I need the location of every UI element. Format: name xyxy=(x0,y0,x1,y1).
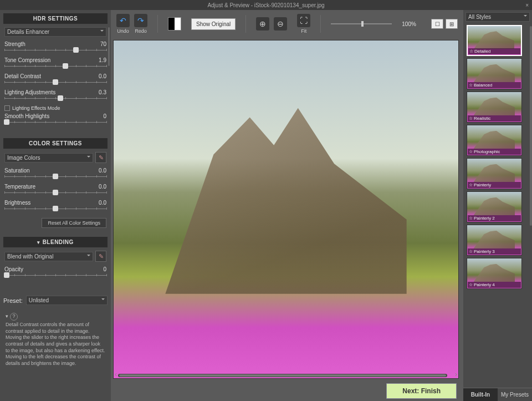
slider-thumb[interactable] xyxy=(53,190,58,195)
tab-built-in[interactable]: Built-In xyxy=(463,388,498,401)
scroll-left-icon[interactable]: ‹ xyxy=(115,370,117,378)
help-icon[interactable]: ? xyxy=(10,313,18,321)
style-label-text: Painterly 4 xyxy=(474,282,495,287)
divider xyxy=(245,15,246,33)
star-icon[interactable]: ☆ xyxy=(469,249,473,254)
blending-section: ▾BLENDING Blend with Original ✎ Opacity0 xyxy=(3,237,108,286)
next-finish-button[interactable]: Next: Finish xyxy=(386,383,457,399)
preset-row: Preset: Unlisted xyxy=(3,296,108,305)
lighting-effects-label: Lighting Effects Mode xyxy=(12,105,60,111)
show-original-button[interactable]: Show Original xyxy=(191,18,236,30)
preview-content xyxy=(165,108,406,294)
blending-header[interactable]: ▾BLENDING xyxy=(3,237,108,247)
slider-thumb[interactable] xyxy=(63,63,68,69)
redo-button[interactable]: ↷ Redo xyxy=(134,14,147,34)
color-slider-2[interactable]: Brightness0.0 xyxy=(4,200,106,212)
fit-button[interactable]: ⛶ Fit xyxy=(297,14,310,34)
chevron-down-icon[interactable]: ▾ xyxy=(6,313,8,320)
help-area: ▾ ? Detail Contrast controls the amount … xyxy=(3,311,108,369)
toolbar: ↶ Undo ↷ Redo Show Original ⊕ ⊖ ⛶ Fit xyxy=(111,10,463,38)
color-picker-icon[interactable]: ✎ xyxy=(95,152,106,163)
bw-swatch[interactable] xyxy=(168,17,181,31)
style-item[interactable]: ☆Detailed xyxy=(467,25,529,56)
star-icon[interactable]: ☆ xyxy=(469,49,473,54)
lighting-effects-checkbox[interactable]: Lighting Effects Mode xyxy=(4,105,106,111)
star-icon[interactable]: ☆ xyxy=(469,116,473,121)
grid-view-toggle[interactable]: ⊞ xyxy=(446,19,458,29)
hdr-slider-1[interactable]: Tone Compression1.9 xyxy=(4,57,106,70)
styles-filter-dropdown[interactable]: All Styles xyxy=(466,12,530,22)
style-item[interactable]: ☆Painterly 4 xyxy=(467,258,529,289)
center-panel: ↶ Undo ↷ Redo Show Original ⊕ ⊖ ⛶ Fit xyxy=(111,10,463,401)
zoom-slider[interactable] xyxy=(331,23,392,24)
horizontal-scrollbar[interactable] xyxy=(118,374,447,377)
image-preview[interactable]: ‹ › xyxy=(113,40,459,379)
slider-thumb[interactable] xyxy=(53,174,58,179)
slider-thumb[interactable] xyxy=(53,79,58,85)
color-header[interactable]: COLOR SETTINGS xyxy=(3,138,108,149)
redo-icon: ↷ xyxy=(134,14,147,27)
slider-thumb[interactable] xyxy=(73,47,79,53)
star-icon[interactable]: ☆ xyxy=(469,216,473,221)
style-thumbnail[interactable]: ☆Painterly 3 xyxy=(467,225,522,256)
hdr-slider-0[interactable]: Strength70 xyxy=(4,41,106,54)
style-thumbnail[interactable]: ☆Detailed xyxy=(467,25,522,56)
hdr-header[interactable]: HDR SETTINGS xyxy=(3,13,108,24)
slider-thumb[interactable] xyxy=(4,119,9,125)
hdr-smooth-slider[interactable]: Smooth Highlights0 xyxy=(4,113,106,126)
preset-label: Preset: xyxy=(3,297,23,304)
styles-scrollbar[interactable] xyxy=(530,26,532,226)
style-label-text: Detailed xyxy=(474,49,490,54)
style-thumbnail[interactable]: ☆Balanced xyxy=(467,58,522,89)
style-thumbnail[interactable]: ☆Painterly 2 xyxy=(467,191,522,222)
style-thumbnail[interactable]: ☆Photographic xyxy=(467,125,522,156)
style-label-text: Painterly 2 xyxy=(474,216,495,221)
hdr-section: HDR SETTINGS Details Enhancer Strength70… xyxy=(3,13,108,133)
hdr-slider-2[interactable]: Detail Contrast0.0 xyxy=(4,73,106,86)
style-item[interactable]: ☆Painterly 3 xyxy=(467,225,529,256)
reset-color-button[interactable]: Reset All Color Settings xyxy=(42,218,106,228)
color-mode-dropdown[interactable]: Image Colors xyxy=(4,153,93,163)
style-item[interactable]: ☆Realistic xyxy=(467,92,529,123)
slider-thumb[interactable] xyxy=(4,272,9,278)
preset-dropdown[interactable]: Unlisted xyxy=(26,296,108,305)
star-icon[interactable]: ☆ xyxy=(469,83,473,88)
opacity-slider[interactable]: Opacity0 xyxy=(4,266,106,279)
scroll-right-icon[interactable]: › xyxy=(455,370,457,378)
zoom-in-button[interactable]: ⊕ xyxy=(256,17,269,31)
left-panel: HDR SETTINGS Details Enhancer Strength70… xyxy=(0,10,111,401)
zoom-value: 100% xyxy=(402,21,416,27)
style-item[interactable]: ☆Photographic xyxy=(467,125,529,156)
style-thumbnail[interactable]: ☆Painterly xyxy=(467,158,522,189)
slider-thumb[interactable] xyxy=(58,95,63,101)
star-icon[interactable]: ☆ xyxy=(469,149,473,154)
color-slider-0[interactable]: Saturation0.0 xyxy=(4,167,106,180)
color-slider-1[interactable]: Temperature0.0 xyxy=(4,184,106,196)
color-section: COLOR SETTINGS Image Colors ✎ Saturation… xyxy=(3,138,108,231)
single-view-toggle[interactable]: ☐ xyxy=(431,19,443,29)
star-icon[interactable]: ☆ xyxy=(469,182,473,187)
style-thumbnail[interactable]: ☆Painterly 4 xyxy=(467,258,522,289)
style-thumbnail[interactable]: ☆Realistic xyxy=(467,92,522,123)
blend-picker-icon[interactable]: ✎ xyxy=(95,251,106,262)
zoom-out-icon: ⊖ xyxy=(274,17,287,31)
blend-mode-dropdown[interactable]: Blend with Original xyxy=(4,252,93,261)
hdr-scrollbar[interactable] xyxy=(108,27,110,66)
undo-button[interactable]: ↶ Undo xyxy=(116,14,130,34)
style-label-text: Photographic xyxy=(474,149,500,154)
styles-panel: All Styles ☆Detailed☆Balanced☆Realistic☆… xyxy=(463,10,532,401)
style-label-text: Realistic xyxy=(474,116,490,121)
fit-icon: ⛶ xyxy=(297,14,310,27)
zoom-out-button[interactable]: ⊖ xyxy=(274,17,287,31)
star-icon[interactable]: ☆ xyxy=(469,282,473,287)
styles-list[interactable]: ☆Detailed☆Balanced☆Realistic☆Photographi… xyxy=(463,24,532,388)
tab-my-presets[interactable]: My Presets xyxy=(498,388,532,401)
slider-thumb[interactable] xyxy=(53,206,58,211)
style-item[interactable]: ☆Balanced xyxy=(467,58,529,89)
close-icon[interactable]: × xyxy=(525,2,529,8)
style-item[interactable]: ☆Painterly 2 xyxy=(467,191,529,222)
hdr-slider-3[interactable]: Lighting Adjustments0.3 xyxy=(4,89,106,102)
style-item[interactable]: ☆Painterly xyxy=(467,158,529,189)
help-text: Detail Contrast controls the amount of c… xyxy=(6,322,105,367)
hdr-mode-dropdown[interactable]: Details Enhancer xyxy=(4,27,106,37)
